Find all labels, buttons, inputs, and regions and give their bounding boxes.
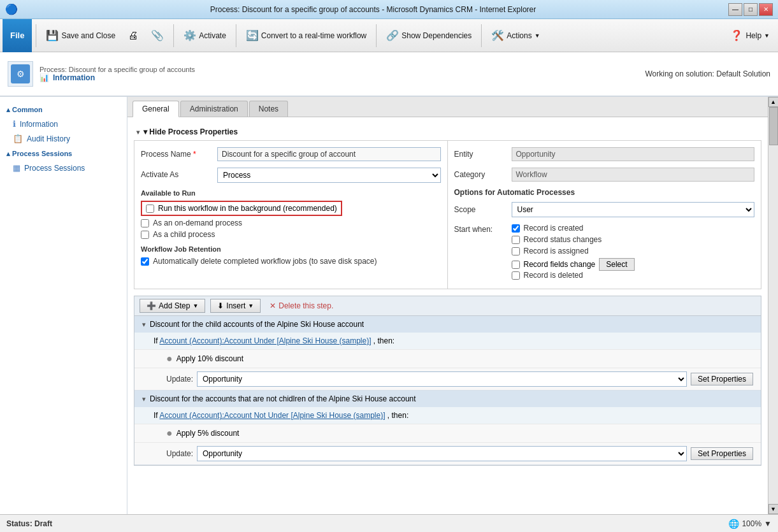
sidebar-item-information[interactable]: ℹ Information — [0, 117, 127, 131]
process-name-label: Process Name * — [141, 147, 217, 159]
title-icon: 📊 — [40, 73, 49, 82]
toolbar-separator-5 — [481, 24, 482, 47]
select-button[interactable]: Select — [599, 258, 634, 271]
collapse-group-1-icon[interactable]: ▾ — [142, 320, 146, 329]
activate-as-row: Activate As Process — [141, 168, 441, 183]
update-select-1[interactable]: Opportunity — [197, 371, 687, 387]
scrollbar-thumb[interactable] — [769, 107, 778, 145]
zoom-level: 100% — [742, 519, 761, 528]
working-solution: Working on solution: Default Solution — [645, 69, 770, 78]
scope-row: Scope User — [454, 202, 755, 217]
tab-notes[interactable]: Notes — [249, 101, 288, 117]
add-step-button[interactable]: ➕ Add Step ▼ — [140, 299, 205, 313]
record-assigned-row: Record is assigned — [512, 247, 755, 255]
title-bar: 🔵 Process: Discount for a specific group… — [0, 0, 778, 19]
update-select-2[interactable]: Opportunity — [197, 446, 687, 461]
available-to-run-section: Available to Run Run this workflow in th… — [141, 189, 441, 239]
background-workflow-checkbox[interactable] — [146, 205, 154, 213]
activate-as-select[interactable]: Process — [217, 168, 441, 183]
print-button[interactable]: 🖨 — [122, 22, 144, 50]
step-group-1-if-link[interactable]: Account (Account):Account Under [Alpine … — [159, 336, 371, 345]
step-group-2-if-link[interactable]: Account (Account):Account Not Under [Alp… — [159, 411, 385, 420]
workflow-retention-section: Workflow Job Retention Automatically del… — [141, 245, 441, 266]
attach-icon: 📎 — [151, 29, 164, 41]
entity-row: Entity Opportunity — [454, 147, 755, 161]
required-indicator: * — [193, 150, 196, 159]
auto-delete-checkbox[interactable] — [141, 257, 149, 266]
toolbar-separator-3 — [236, 24, 236, 47]
right-scrollbar: ▲ ▼ — [768, 97, 778, 514]
deps-icon: 🔗 — [386, 29, 399, 41]
help-button[interactable]: ❓ Help ▼ — [724, 22, 775, 50]
save-and-close-button[interactable]: 💾 Save and Close — [40, 22, 121, 50]
process-sessions-section-header[interactable]: ▴ Process Sessions — [0, 146, 127, 161]
background-workflow-label: Run this workflow in the background (rec… — [158, 204, 337, 213]
show-deps-button[interactable]: 🔗 Show Dependencies — [380, 22, 477, 50]
insert-button[interactable]: ⬇ Insert ▼ — [210, 299, 261, 313]
scroll-down-button[interactable]: ▼ — [768, 504, 779, 514]
start-when-label: Start when: — [454, 224, 512, 282]
sidebar-item-audit-history[interactable]: 📋 Audit History — [0, 131, 127, 146]
record-deleted-row: Record is deleted — [512, 271, 755, 280]
record-status-checkbox[interactable] — [512, 236, 520, 244]
set-props-button-2[interactable]: Set Properties — [691, 447, 753, 460]
content-area: General Administration Notes ▾ ▾ Hide Pr… — [127, 97, 768, 514]
actions-button[interactable]: 🛠️ Actions ▼ — [486, 22, 545, 50]
step-group-2: ▾ Discount for the accounts that are not… — [134, 391, 761, 465]
app-logo-icon: ⚙ — [11, 64, 30, 83]
help-icon: ❓ — [730, 29, 743, 41]
minimize-button[interactable]: — — [728, 3, 742, 16]
audit-icon: 📋 — [13, 134, 23, 143]
zoom-arrow[interactable]: ▼ — [764, 519, 772, 528]
record-created-label: Record is created — [524, 224, 584, 233]
step-group-1-if-line: If Account (Account):Account Under [Alpi… — [134, 333, 761, 349]
scroll-up-button[interactable]: ▲ — [768, 97, 779, 107]
convert-button[interactable]: 🔄 Convert to a real-time workflow — [240, 22, 372, 50]
convert-icon: 🔄 — [246, 29, 259, 41]
information-icon: ℹ — [13, 119, 16, 129]
step-group-1-update: Update: Opportunity Set Properties — [134, 368, 761, 390]
close-button[interactable]: ✕ — [759, 3, 773, 16]
app-logo: ⚙ — [8, 61, 33, 87]
insert-arrow: ▼ — [248, 303, 254, 309]
step-group-1-action: ● Apply 10% discount — [134, 349, 761, 368]
on-demand-checkbox[interactable] — [141, 219, 149, 227]
available-to-run-label: Available to Run — [141, 189, 441, 197]
tab-general[interactable]: General — [133, 101, 179, 117]
title-bar-controls: — □ ✕ — [728, 3, 773, 16]
activate-as-label: Activate As — [141, 168, 217, 179]
file-button[interactable]: File — [3, 19, 32, 52]
update-label-1: Update: — [166, 375, 193, 384]
delete-step-button[interactable]: ✕ Delete this step. — [266, 299, 337, 312]
record-fields-checkbox[interactable] — [512, 261, 520, 269]
start-when-section: Start when: Record is created Record sta… — [454, 224, 755, 282]
sidebar-item-process-sessions[interactable]: ▦ Process Sessions — [0, 161, 127, 175]
collapse-group-2-icon[interactable]: ▾ — [142, 395, 146, 403]
step-group-1: ▾ Discount for the child accounts of the… — [134, 316, 761, 391]
page-title: 📊 Information — [40, 73, 195, 82]
zoom-area: 🌐 100% ▼ — [728, 519, 772, 529]
process-name-input[interactable] — [217, 147, 441, 161]
tab-administration[interactable]: Administration — [180, 101, 248, 117]
record-deleted-checkbox[interactable] — [512, 271, 520, 280]
attach-button[interactable]: 📎 — [145, 22, 169, 50]
record-assigned-checkbox[interactable] — [512, 247, 520, 255]
set-props-button-1[interactable]: Set Properties — [691, 373, 753, 385]
activate-button[interactable]: ⚙️ Activate — [178, 22, 232, 50]
app-header: ⚙ Process: Discount for a specific group… — [0, 52, 778, 97]
hide-process-properties-header[interactable]: ▾ ▾ Hide Process Properties — [134, 124, 761, 140]
form-left: Process Name * Activate As — [134, 141, 448, 289]
form-grid: Process Name * Activate As — [134, 140, 761, 289]
tabs: General Administration Notes — [127, 97, 768, 117]
common-section-header[interactable]: ▴ Common — [0, 102, 127, 117]
child-process-checkbox[interactable] — [141, 231, 149, 239]
collapse-icon: ▾ — [136, 129, 140, 136]
scope-select[interactable]: User — [512, 202, 755, 217]
record-created-checkbox[interactable] — [512, 224, 520, 233]
step-group-2-action: ● Apply 5% discount — [134, 424, 761, 442]
status-bar: Status: Draft 🌐 100% ▼ — [0, 514, 778, 532]
maximize-button[interactable]: □ — [744, 3, 758, 16]
step-toolbar: ➕ Add Step ▼ ⬇ Insert ▼ ✕ Delete this st… — [134, 296, 761, 316]
step-group-2-if-line: If Account (Account):Account Not Under [… — [134, 407, 761, 424]
process-name-row: Process Name * — [141, 147, 441, 161]
